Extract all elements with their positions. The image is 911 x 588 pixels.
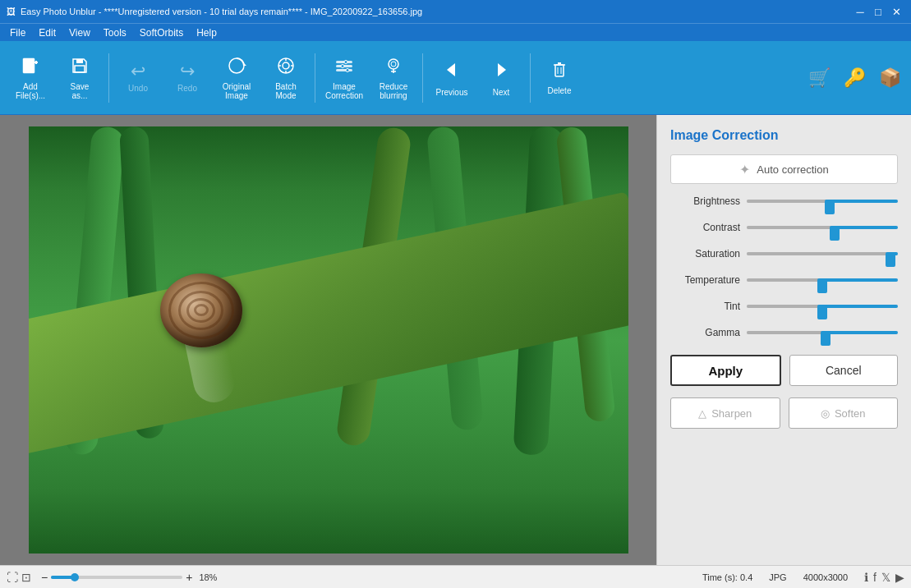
temperature-slider[interactable]	[747, 273, 898, 287]
close-button[interactable]: ✕	[888, 3, 904, 20]
separator-4	[530, 53, 531, 103]
gamma-row: Gamma	[670, 325, 898, 340]
next-icon	[490, 58, 513, 85]
soften-icon: ◎	[821, 407, 830, 420]
action-buttons: Apply Cancel	[670, 355, 898, 386]
redo-button[interactable]: ↪ Redo	[163, 46, 211, 110]
window-title: Easy Photo Unblur - ****Unregistered ver…	[21, 7, 422, 16]
toolbar: AddFile(s)... Saveas... ↩ Undo ↪ Redo Or…	[0, 41, 911, 115]
menu-file[interactable]: File	[3, 24, 32, 42]
menu-softorbits[interactable]: SoftOrbits	[133, 24, 190, 42]
add-files-label: AddFile(s)...	[16, 82, 45, 100]
delete-label: Delete	[548, 86, 572, 95]
app-icon: 🖼	[7, 7, 16, 16]
redo-label: Redo	[177, 84, 197, 93]
temperature-row: Temperature	[670, 273, 898, 287]
tint-slider[interactable]	[747, 299, 898, 314]
cancel-button[interactable]: Cancel	[789, 355, 899, 386]
svg-marker-24	[498, 63, 506, 76]
redo-icon: ↪	[180, 62, 195, 80]
menu-edit[interactable]: Edit	[32, 24, 62, 42]
key-icon[interactable]: 🔑	[840, 64, 869, 92]
saturation-row: Saturation	[670, 246, 898, 261]
svg-point-19	[389, 59, 398, 69]
right-panel: Image Correction ✦ Auto correction Brigh…	[656, 115, 911, 565]
add-files-icon	[21, 56, 40, 79]
zoom-in-button[interactable]: +	[186, 571, 192, 584]
previous-icon	[440, 58, 463, 85]
brightness-label: Brightness	[670, 195, 740, 207]
wand-icon: ✦	[739, 162, 750, 177]
title-bar: 🖼 Easy Photo Unblur - ****Unregistered v…	[0, 0, 911, 23]
reduce-blurring-icon	[384, 56, 403, 79]
image-correction-button[interactable]: ImageCorrection	[320, 46, 368, 110]
delete-icon	[550, 60, 569, 83]
save-as-button[interactable]: Saveas...	[56, 46, 104, 110]
menu-tools[interactable]: Tools	[97, 24, 133, 42]
menu-bar: File Edit View Tools SoftOrbits Help	[0, 23, 911, 41]
save-as-icon	[70, 56, 90, 79]
zoom-to-icon[interactable]: ⊡	[21, 571, 31, 584]
zoom-bar: − + 18%	[41, 571, 692, 584]
svg-rect-25	[555, 65, 564, 76]
effect-buttons: △ Sharpen ◎ Soften	[670, 397, 898, 429]
batch-mode-button[interactable]: BatchMode	[262, 46, 310, 110]
contrast-row: Contrast	[670, 220, 898, 235]
youtube-icon[interactable]: ▶	[895, 571, 904, 584]
gamma-slider[interactable]	[747, 325, 898, 340]
footer-icons: ℹ f 𝕏 ▶	[864, 571, 904, 584]
cart-icon[interactable]: 🛒	[805, 64, 834, 92]
undo-label: Undo	[128, 84, 148, 93]
reduce-blurring-button[interactable]: Reduceblurring	[370, 46, 417, 110]
apply-button[interactable]: Apply	[670, 355, 781, 386]
zoom-out-button[interactable]: −	[41, 571, 48, 584]
brightness-slider[interactable]	[747, 194, 898, 209]
svg-marker-23	[447, 63, 455, 76]
svg-point-14	[344, 60, 347, 63]
next-button[interactable]: Next	[477, 46, 525, 110]
contrast-label: Contrast	[670, 222, 740, 233]
brightness-row: Brightness	[670, 194, 898, 209]
svg-point-20	[391, 62, 396, 67]
image-correction-label: ImageCorrection	[325, 82, 363, 100]
contrast-slider[interactable]	[747, 220, 898, 235]
menu-view[interactable]: View	[62, 24, 97, 42]
box-icon[interactable]: 📦	[876, 64, 904, 92]
minimize-button[interactable]: ─	[852, 3, 868, 20]
svg-rect-17	[336, 69, 352, 71]
original-image-label: OriginalImage	[223, 82, 251, 100]
next-label: Next	[493, 88, 510, 97]
auto-correction-button[interactable]: ✦ Auto correction	[670, 154, 898, 184]
svg-point-16	[341, 64, 344, 67]
tint-label: Tint	[670, 301, 740, 312]
sharpen-label: Sharpen	[711, 407, 752, 420]
menu-help[interactable]: Help	[190, 24, 223, 42]
batch-mode-label: BatchMode	[275, 82, 297, 100]
time-label: Time (s): 0.4	[702, 572, 752, 582]
maximize-button[interactable]: □	[870, 3, 886, 20]
zoom-slider[interactable]	[51, 576, 182, 579]
save-as-label: Saveas...	[71, 82, 90, 100]
delete-button[interactable]: Delete	[536, 46, 583, 110]
svg-point-18	[346, 68, 349, 71]
zoom-fit-icon[interactable]: ⛶	[7, 571, 18, 584]
status-icons: ⛶ ⊡	[7, 571, 31, 584]
facebook-icon[interactable]: f	[873, 571, 876, 584]
sharpen-button[interactable]: △ Sharpen	[670, 397, 780, 429]
soften-button[interactable]: ◎ Soften	[789, 397, 899, 429]
info-icon[interactable]: ℹ	[864, 571, 868, 584]
batch-mode-icon	[276, 56, 296, 79]
original-image-button[interactable]: OriginalImage	[213, 46, 260, 110]
temperature-label: Temperature	[670, 274, 740, 286]
twitter-icon[interactable]: 𝕏	[881, 571, 890, 584]
saturation-slider[interactable]	[747, 246, 898, 261]
image-area[interactable]	[0, 115, 656, 565]
sharpen-icon: △	[698, 407, 706, 420]
add-files-button[interactable]: AddFile(s)...	[7, 46, 54, 110]
separator-3	[422, 53, 423, 103]
previous-button[interactable]: Previous	[428, 46, 476, 110]
panel-title: Image Correction	[670, 128, 898, 143]
zoom-percent: 18%	[199, 572, 217, 582]
auto-correction-label: Auto correction	[757, 163, 828, 176]
undo-button[interactable]: ↩ Undo	[114, 46, 162, 110]
